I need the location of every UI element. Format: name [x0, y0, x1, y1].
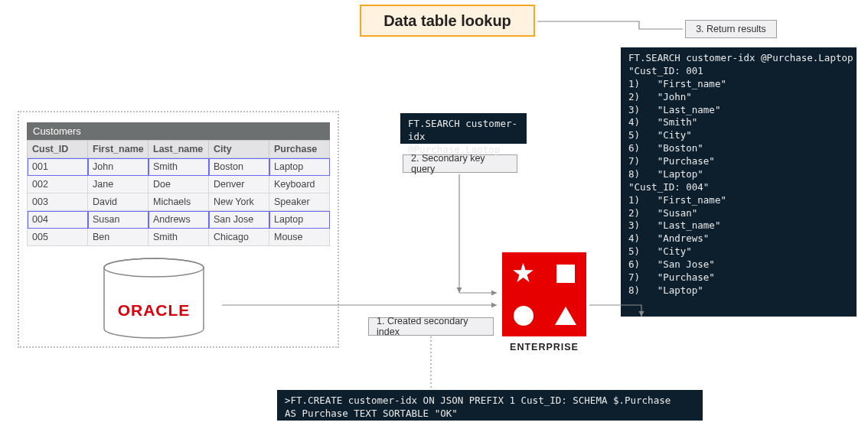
table-row: 005BenSmithChicagoMouse: [28, 229, 330, 246]
table-cell: Laptop: [269, 158, 330, 176]
star-icon: [513, 263, 534, 284]
result-field-line: 2) "Susan": [628, 207, 849, 220]
search-cmd-line1: FT.SEARCH customer-idx: [408, 118, 519, 144]
create-cmd-line1: >FT.CREATE customer-idx ON JSON PREFIX 1…: [285, 395, 695, 408]
table-row: 004SusanAndrewsSan JoseLaptop: [28, 211, 330, 229]
result-field-line: 1) "First_name": [628, 78, 849, 91]
result-field-line: 6) "San Jose": [628, 258, 849, 271]
result-field-line: 5) "City": [628, 245, 849, 258]
result-field-line: 3) "Last_name": [628, 219, 849, 232]
column-header: Last_name: [148, 141, 209, 158]
column-header: Purchase: [269, 141, 330, 158]
table-cell: John: [88, 158, 148, 176]
oracle-db-icon: ORACLE: [89, 257, 219, 341]
table-title: Customers: [27, 122, 330, 140]
result-field-line: 4) "Andrews": [628, 232, 849, 245]
table-cell: David: [88, 193, 148, 211]
table-cell: San Jose: [209, 211, 269, 229]
search-cmd-line2: @Purchase.Laptop: [408, 144, 519, 157]
table-cell: Mouse: [269, 229, 330, 246]
redis-label: ENTERPRISE: [502, 342, 586, 352]
table-cell: 002: [28, 176, 88, 193]
table-cell: 001: [28, 158, 88, 176]
result-field-line: 5) "City": [628, 129, 849, 142]
step-2-label: 2. Secondary key query: [403, 154, 517, 173]
step-3-label: 3. Return results: [685, 20, 777, 38]
table-cell: Denver: [209, 176, 269, 193]
terminal-create-cmd: >FT.CREATE customer-idx ON JSON PREFIX 1…: [277, 390, 703, 421]
table-cell: 003: [28, 193, 88, 211]
circle-icon: [514, 306, 534, 326]
result-cust-id: "Cust_ID: 004": [628, 181, 849, 194]
triangle-icon: [555, 307, 576, 325]
redis-enterprise-icon: [502, 252, 586, 336]
table-cell: Chicago: [209, 229, 269, 246]
table-cell: Boston: [209, 158, 269, 176]
table-cell: Doe: [148, 176, 209, 193]
result-field-line: 6) "Boston": [628, 142, 849, 155]
table-row: 001JohnSmithBostonLaptop: [28, 158, 330, 176]
create-cmd-line2: AS Purchase TEXT SORTABLE "OK": [285, 408, 695, 421]
table-cell: Jane: [88, 176, 148, 193]
square-icon: [556, 265, 575, 283]
result-field-line: 2) "John": [628, 91, 849, 104]
result-field-line: 7) "Purchase": [628, 155, 849, 168]
result-field-line: 4) "Smith": [628, 116, 849, 129]
results-header: FT.SEARCH customer-idx @Purchase.Laptop: [628, 52, 849, 65]
column-header: City: [209, 141, 269, 158]
table-row: 003DavidMichaelsNew YorkSpeaker: [28, 193, 330, 211]
table-cell: Laptop: [269, 211, 330, 229]
table-cell: Smith: [148, 229, 209, 246]
table-cell: Susan: [88, 211, 148, 229]
table-cell: 005: [28, 229, 88, 246]
result-field-line: 1) "First_name": [628, 194, 849, 207]
table-cell: 004: [28, 211, 88, 229]
table-cell: Speaker: [269, 193, 330, 211]
column-header: First_name: [88, 141, 148, 158]
step-1-label: 1. Created secondary index: [368, 317, 494, 336]
terminal-results: FT.SEARCH customer-idx @Purchase.Laptop …: [621, 47, 857, 317]
table-row: 002JaneDoeDenverKeyboard: [28, 176, 330, 193]
result-field-line: 8) "Laptop": [628, 168, 849, 181]
customers-table: Customers Cust_IDFirst_nameLast_nameCity…: [27, 122, 330, 246]
table-cell: Smith: [148, 158, 209, 176]
result-field-line: 3) "Last_name": [628, 104, 849, 117]
table-cell: New York: [209, 193, 269, 211]
table-cell: Michaels: [148, 193, 209, 211]
oracle-label: ORACLE: [89, 301, 219, 320]
column-header: Cust_ID: [28, 141, 88, 158]
table-cell: Ben: [88, 229, 148, 246]
table-cell: Andrews: [148, 211, 209, 229]
table-cell: Keyboard: [269, 176, 330, 193]
result-cust-id: "Cust_ID: 001: [628, 65, 849, 78]
diagram-title: Data table lookup: [360, 5, 535, 37]
terminal-search-cmd: FT.SEARCH customer-idx @Purchase.Laptop: [400, 113, 527, 144]
result-field-line: 7) "Purchase": [628, 271, 849, 284]
result-field-line: 8) "Laptop": [628, 284, 849, 297]
